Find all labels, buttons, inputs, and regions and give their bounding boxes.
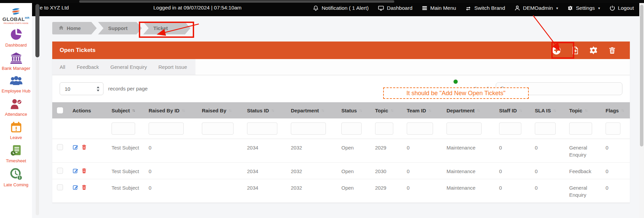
sidebar: GLOBALHR PROGRESS STARTS INSIDE Dashboar… [0, 3, 32, 218]
delete-button[interactable] [607, 45, 617, 55]
sort-arrows-icon[interactable]: ↑↓ [182, 108, 185, 112]
column-header-inner: Team ID↑↓ [407, 108, 440, 113]
column-filter-input-status[interactable] [341, 122, 362, 135]
column-header-label: Raised By [202, 108, 226, 113]
sort-arrows-icon[interactable]: ↑↓ [271, 108, 274, 112]
topbar-item-switch-brand[interactable]: Switch Brand [465, 5, 505, 11]
sort-arrows-icon[interactable]: ↑↓ [553, 108, 556, 112]
sidebar-item-employee-hub[interactable]: Employee Hub [0, 75, 32, 94]
column-filter-input-status-id[interactable] [247, 122, 277, 135]
sort-arrows-icon[interactable]: ↑↓ [477, 108, 480, 112]
filter-cell [198, 118, 243, 139]
export-button[interactable] [570, 45, 580, 55]
row-checkbox[interactable] [57, 144, 63, 150]
sidebar-item-attendance[interactable]: Attendance [0, 98, 32, 117]
sort-arrows-icon[interactable]: ↑↓ [229, 108, 232, 112]
column-header-inner: Raised By↑↓ [202, 108, 241, 113]
user-icon [514, 5, 520, 11]
page-scrollbar-thumb[interactable] [640, 5, 643, 146]
sidebar-item-dashboard[interactable]: Dashboard [0, 28, 32, 48]
records-per-page-select[interactable]: 10 [60, 82, 103, 95]
column-filter-input-subject[interactable] [112, 122, 135, 135]
column-filter-input-topic[interactable] [569, 122, 592, 135]
sidebar-item-leave[interactable]: Leave [0, 121, 32, 140]
column-header-label: Subject [112, 108, 130, 113]
edit-button[interactable] [72, 168, 79, 174]
tab-feedback[interactable]: Feedback [77, 64, 99, 70]
column-filter-input-topic[interactable] [375, 122, 393, 135]
column-filter-input-department[interactable] [447, 122, 482, 135]
breadcrumb-item-home[interactable]: Home [52, 22, 97, 34]
monitor-icon [378, 5, 384, 11]
row-actions-cell [68, 179, 108, 203]
delete-row-button[interactable] [82, 184, 87, 190]
settings-button[interactable] [588, 45, 599, 55]
ticket-type-tabs: AllFeedbackGeneral EnquiryReport Issue [52, 59, 630, 75]
breadcrumb-item-support[interactable]: Support [98, 22, 142, 34]
select-all-checkbox[interactable] [57, 107, 63, 113]
bank-icon [9, 52, 23, 64]
filter-cell [495, 118, 531, 139]
topbar-item-logout[interactable]: Logout [609, 5, 634, 11]
filter-cell [337, 118, 371, 139]
delete-row-button[interactable] [82, 144, 87, 150]
delete-row-button[interactable] [82, 168, 87, 174]
table-cell: 0 [531, 139, 565, 163]
globe-logo-icon [11, 7, 21, 16]
tab-general-enquiry[interactable]: General Enquiry [111, 64, 147, 70]
column-header-inner: Subject↑↓ [112, 108, 143, 113]
header-checkbox-cell [52, 102, 68, 118]
sidebar-scrollbar-track[interactable] [36, 58, 39, 215]
sidebar-item-label: Late Coming [4, 182, 29, 188]
sidebar-item-bank-manager[interactable]: Bank Manager [0, 52, 32, 71]
horizontal-scrollbar[interactable] [0, 0, 644, 3]
timesheet-icon [10, 144, 23, 157]
table-cell: 0 [602, 179, 630, 203]
add-button[interactable] [551, 45, 561, 55]
sort-arrows-icon[interactable]: ↑↓ [428, 108, 431, 112]
column-header-subject: Subject↑↓ [108, 102, 145, 118]
column-filter-input-staff-id[interactable] [499, 122, 521, 135]
sort-arrows-icon[interactable]: ↑↓ [391, 108, 393, 112]
sidebar-item-timesheet[interactable]: Timesheet [0, 144, 32, 164]
sidebar-scrollbar-thumb[interactable] [35, 4, 39, 57]
table-cell: Open [337, 179, 371, 203]
sort-arrows-icon[interactable]: ↑↓ [519, 108, 522, 112]
table-cell: Maintenance [442, 179, 495, 203]
column-filter-input-sla-is[interactable] [535, 122, 556, 135]
logo-text: GLOBAL [2, 16, 25, 22]
column-header-department: Department↑↓ [287, 102, 337, 118]
topbar-item-demoadmin[interactable]: DEMOadmin▾ [514, 5, 558, 11]
column-filter-input-raised-by[interactable] [202, 122, 234, 135]
column-filter-input-department[interactable] [291, 122, 326, 135]
row-checkbox[interactable] [57, 184, 63, 190]
table-cell: 2034 [243, 179, 287, 203]
sort-arrows-icon[interactable]: ↑↓ [585, 108, 587, 112]
sort-arrows-icon[interactable]: ↑↓ [132, 108, 135, 112]
tab-all[interactable]: All [60, 64, 65, 70]
row-checkbox[interactable] [57, 168, 63, 174]
column-filter-input-flags[interactable] [606, 122, 620, 135]
column-filter-input-team-id[interactable] [407, 122, 433, 135]
topbar-item-main-menu[interactable]: Main Menu [422, 5, 456, 11]
edit-button[interactable] [72, 184, 79, 190]
globalhr-logo: GLOBALHR PROGRESS STARTS INSIDE [2, 7, 29, 24]
topbar-item-settings[interactable]: Settings▾ [567, 5, 600, 11]
app-screen: e to XYZ Ltd Logged in at 09/07/2024 | 0… [0, 0, 644, 218]
edit-button[interactable] [72, 144, 79, 150]
sidebar-item-label: Timesheet [6, 158, 26, 164]
tab-report-issue[interactable]: Report Issue [158, 64, 187, 70]
table-cell: 2034 [243, 139, 287, 163]
sidebar-item-late-coming[interactable]: Late Coming [0, 167, 32, 188]
sort-arrows-icon[interactable]: ↑↓ [321, 108, 324, 112]
column-filter-input-raised-by-id[interactable] [149, 122, 184, 135]
table-cell: Maintenance [442, 139, 495, 163]
topbar-item-dashboard[interactable]: Dashboard [378, 5, 412, 11]
breadcrumb-item-ticket[interactable]: Ticket [143, 22, 190, 34]
table-cell: Test Subject [108, 179, 145, 203]
horizontal-scrollbar-thumb[interactable] [79, 0, 394, 3]
sort-arrows-icon[interactable]: ↑↓ [359, 108, 362, 112]
topbar-item-notification-1-alert[interactable]: Notification ( 1 Alert) [313, 5, 369, 11]
table-cell [198, 139, 243, 163]
sort-arrows-icon[interactable]: ↑↓ [621, 108, 624, 112]
